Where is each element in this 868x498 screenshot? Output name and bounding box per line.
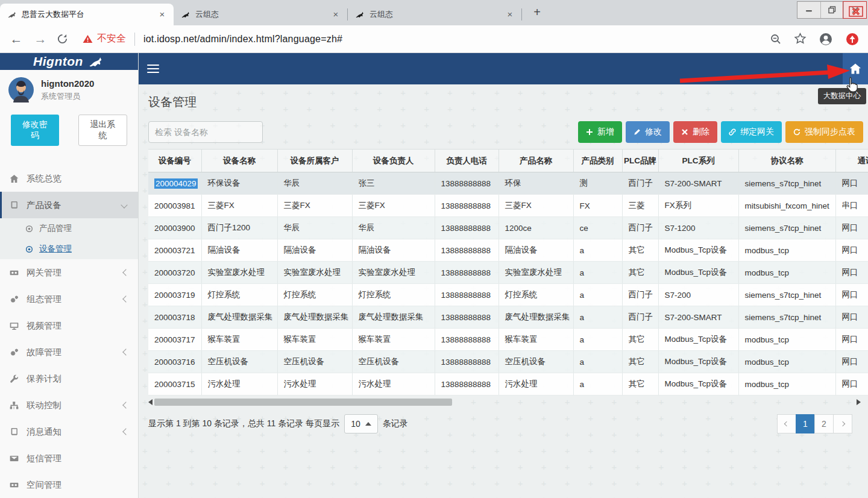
force-sync-button[interactable]: 强制同步点表 xyxy=(785,121,863,143)
logo[interactable]: Hignton xyxy=(0,53,138,70)
tab-scada-1[interactable]: 云组态 × xyxy=(174,4,347,25)
sidebar-item-maintenance[interactable]: 保养计划 xyxy=(0,365,138,392)
tab-close-icon[interactable]: × xyxy=(157,9,168,20)
sidebar-item-space[interactable]: 空间管理 xyxy=(0,471,138,498)
sidebar-item-label: 系统总览 xyxy=(27,173,61,184)
table-cell: 网口 xyxy=(835,284,868,306)
page-button-1[interactable]: 1 xyxy=(796,414,815,433)
table-header-cell[interactable]: 设备负责人 xyxy=(352,150,435,172)
horizontal-scrollbar[interactable] xyxy=(148,397,861,407)
table-cell: 灯控系统 xyxy=(201,284,277,306)
page-button-2[interactable]: 2 xyxy=(814,414,834,433)
table-cell: 网口 xyxy=(835,172,868,195)
url-text[interactable]: iot.idosp.net/admin/index.html?language=… xyxy=(143,34,342,45)
sidebar-item-sms[interactable]: 短信管理 xyxy=(0,445,138,471)
change-password-button[interactable]: 修改密码 xyxy=(11,115,59,146)
table-cell: modbus_tcp xyxy=(738,239,835,262)
page-size-select[interactable]: 10 xyxy=(344,414,378,433)
reload-icon[interactable] xyxy=(57,33,68,45)
table-header-cell[interactable]: 产品类别 xyxy=(573,150,622,172)
sidebar-item-video[interactable]: 视频管理 xyxy=(0,312,138,339)
sidebar-item-fault[interactable]: 故障管理 xyxy=(0,339,138,365)
table-header-cell[interactable]: PLC系列 xyxy=(658,150,738,172)
delete-button[interactable]: 删除 xyxy=(673,121,717,143)
zoom-out-icon[interactable] xyxy=(770,33,782,45)
sidebar-item-product-device[interactable]: 产品设备 xyxy=(0,192,138,218)
sidebar-item-scada[interactable]: 组态管理 xyxy=(0,286,138,312)
table-row[interactable]: 200004029环保设备华辰张三13888888888环保测西门子S7-200… xyxy=(148,172,868,195)
table-cell: 其它 xyxy=(622,329,658,351)
forward-icon[interactable]: → xyxy=(33,32,48,46)
security-label: 不安全 xyxy=(97,33,126,45)
table-header-cell[interactable]: 设备名称 xyxy=(201,150,277,172)
table-row[interactable]: 200003719灯控系统灯控系统灯控系统13888888888灯控系统a西门子… xyxy=(148,284,868,306)
hamburger-menu-icon[interactable] xyxy=(147,65,159,74)
bigdata-home-button[interactable] xyxy=(843,53,868,84)
table-cell: 三菱FX xyxy=(201,195,277,217)
table-row[interactable]: 200003717猴车装置猴车装置猴车装置13888888888猴车装置a其它M… xyxy=(148,329,868,351)
back-icon[interactable]: ← xyxy=(8,32,24,46)
sidebar-item-overview[interactable]: 系统总览 xyxy=(0,165,138,192)
sidebar-item-product-mgmt[interactable]: 产品管理 xyxy=(0,218,138,239)
security-chip[interactable]: 不安全 xyxy=(83,33,126,45)
profile-icon[interactable] xyxy=(819,32,833,46)
next-page-button[interactable] xyxy=(833,414,852,433)
user-actions: 修改密码 退出系统 xyxy=(0,106,138,157)
sidebar-item-device-mgmt[interactable]: 设备管理 xyxy=(0,239,138,259)
search-input[interactable] xyxy=(148,121,263,143)
close-icon xyxy=(851,5,860,14)
table-row[interactable]: 200003718废气处理数据采集废气处理数据采集废气处理数据采集1388888… xyxy=(148,306,868,329)
table-cell: siemens_s7tcp_hinet xyxy=(738,306,835,329)
sidebar-item-label: 产品管理 xyxy=(39,223,72,234)
home-icon xyxy=(849,63,861,75)
restore-button[interactable] xyxy=(820,2,843,18)
toolbar: 新增 修改 删除 绑定 xyxy=(148,121,868,143)
extension-icon[interactable] xyxy=(845,32,860,46)
bookmark-star-icon[interactable] xyxy=(794,33,807,45)
table-cell: Modbus_Tcp设备 xyxy=(658,329,738,351)
table-cell: ce xyxy=(573,217,622,239)
table-row[interactable]: 200003720实验室废水处理实验室废水处理实验室废水处理1388888888… xyxy=(148,262,868,284)
new-tab-button[interactable]: + xyxy=(529,5,545,20)
table-cell: 其它 xyxy=(622,351,658,373)
table-cell: 污水处理 xyxy=(352,373,435,396)
minimize-button[interactable] xyxy=(797,2,820,18)
tab-dashboard[interactable]: 思普云大数据平台 × xyxy=(0,4,174,25)
prev-page-button[interactable] xyxy=(777,414,796,433)
scroll-right-icon[interactable] xyxy=(857,399,861,405)
table-header-cell[interactable]: 负责人电话 xyxy=(435,150,498,172)
table-header-cell[interactable]: PLC品牌 xyxy=(622,150,658,172)
table-cell: 华辰 xyxy=(352,217,435,239)
bind-gateway-button[interactable]: 绑定网关 xyxy=(721,121,782,143)
table-header-cell[interactable]: 通讯 xyxy=(835,150,868,172)
sidebar-item-gateway[interactable]: 网关管理 xyxy=(0,259,138,286)
table-cell: a xyxy=(573,329,622,351)
table-cell: 猴车装置 xyxy=(201,329,277,351)
table-header-cell[interactable]: 协议名称 xyxy=(738,150,835,172)
edit-button[interactable]: 修改 xyxy=(626,121,670,143)
table-row[interactable]: 200003981三菱FX三菱FX三菱FX13888888888三菱FXFX三菱… xyxy=(148,195,868,217)
sidebar-item-message[interactable]: 消息通知 xyxy=(0,418,138,445)
logout-button[interactable]: 退出系统 xyxy=(78,115,128,146)
tab-close-icon[interactable]: × xyxy=(505,9,515,20)
sidebar-item-linkage[interactable]: 联动控制 xyxy=(0,392,138,418)
table-cell: 13888888888 xyxy=(435,217,498,239)
table-header-cell[interactable]: 产品名称 xyxy=(498,150,573,172)
table-row[interactable]: 200003900西门子1200华辰华辰138888888881200cece西… xyxy=(148,217,868,239)
table-header-cell[interactable]: 设备编号 xyxy=(148,150,201,172)
table-row[interactable]: 200003716空压机设备空压机设备空压机设备13888888888空压机设备… xyxy=(148,351,868,373)
scroll-left-icon[interactable] xyxy=(148,399,153,405)
add-button[interactable]: 新增 xyxy=(578,121,622,143)
table-row[interactable]: 200003721隔油设备隔油设备隔油设备13888888888隔油设备a其它M… xyxy=(148,239,868,262)
scrollbar-thumb[interactable] xyxy=(154,399,452,406)
table-cell: 串口 xyxy=(835,195,868,217)
device-table-body: 200004029环保设备华辰张三13888888888环保测西门子S7-200… xyxy=(148,172,868,396)
table-cell: 华辰 xyxy=(277,172,352,195)
table-header-cell[interactable]: 设备所属客户 xyxy=(277,150,352,172)
tab-close-icon[interactable]: × xyxy=(330,9,341,20)
table-cell: 其它 xyxy=(622,239,658,262)
close-button[interactable] xyxy=(843,2,866,18)
tab-scada-2[interactable]: 云组态 × xyxy=(348,4,521,25)
table-cell: a xyxy=(573,351,622,373)
table-row[interactable]: 200003715污水处理污水处理污水处理13888888888污水处理a其它M… xyxy=(148,373,868,396)
